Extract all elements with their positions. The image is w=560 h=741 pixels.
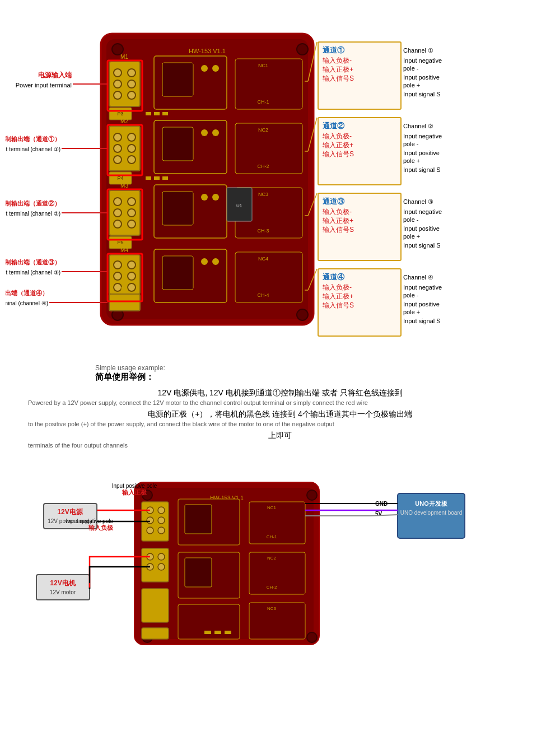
svg-rect-180 xyxy=(185,558,212,587)
svg-text:UNO development board: UNO development board xyxy=(400,510,463,516)
svg-point-60 xyxy=(212,129,219,136)
svg-text:CH-4: CH-4 xyxy=(257,292,269,298)
svg-point-21 xyxy=(114,145,122,152)
svg-rect-190 xyxy=(204,631,211,634)
svg-point-12 xyxy=(128,80,136,88)
svg-text:NC3: NC3 xyxy=(258,192,268,197)
svg-text:控制输出端（通道③）: 控制输出端（通道③） xyxy=(6,259,60,265)
svg-text:通道③: 通道③ xyxy=(323,197,345,206)
svg-point-10 xyxy=(128,69,136,77)
svg-point-161 xyxy=(307,632,317,642)
svg-point-32 xyxy=(128,209,136,217)
svg-point-11 xyxy=(114,80,122,88)
svg-text:控制输出端（通道②）: 控制输出端（通道②） xyxy=(6,200,60,207)
svg-text:pole -: pole - xyxy=(403,141,419,147)
svg-text:NC1: NC1 xyxy=(267,505,277,510)
svg-rect-175 xyxy=(142,589,169,622)
svg-text:输入正极: 输入正极 xyxy=(122,489,147,496)
svg-point-39 xyxy=(114,261,122,269)
svg-point-55 xyxy=(201,65,208,72)
svg-point-44 xyxy=(128,283,136,291)
svg-text:Power input terminal: Power input terminal xyxy=(16,82,72,88)
usage-text1-cn: 12V 电源供电, 12V 电机接到通道①控制输出端 或者 只将红色线连接到 xyxy=(28,388,532,398)
svg-rect-54 xyxy=(162,63,193,96)
svg-point-40 xyxy=(128,261,136,269)
svg-text:控制输出端（通道④）: 控制输出端（通道④） xyxy=(6,290,48,296)
svg-text:输入负极-: 输入负极- xyxy=(323,283,352,291)
svg-point-63 xyxy=(201,194,208,201)
svg-text:Channel ③: Channel ③ xyxy=(403,198,433,205)
svg-point-33 xyxy=(114,220,122,228)
svg-text:电源输入端: 电源输入端 xyxy=(38,71,72,79)
svg-text:Input negative: Input negative xyxy=(403,284,442,291)
bottom-diagram-svg: HW-153 V1.1 NC1 CH-1 xyxy=(6,465,554,673)
svg-text:CH-1: CH-1 xyxy=(267,534,277,539)
page-wrapper: HW-153 V1.1 M1 P3 M2 P4 xyxy=(0,0,560,689)
svg-text:NC1: NC1 xyxy=(258,63,268,68)
svg-text:CH-1: CH-1 xyxy=(257,99,269,105)
top-diagram-svg: HW-153 V1.1 M1 P3 M2 P4 xyxy=(6,17,554,347)
svg-text:Input signal S: Input signal S xyxy=(403,242,441,249)
svg-text:CH-2: CH-2 xyxy=(257,164,269,169)
svg-text:NC4: NC4 xyxy=(258,256,268,262)
svg-point-19 xyxy=(114,133,122,141)
svg-rect-178 xyxy=(185,505,212,534)
svg-point-9 xyxy=(114,69,122,77)
svg-point-13 xyxy=(114,91,122,99)
svg-text:M3: M3 xyxy=(120,183,128,189)
svg-text:12V电源: 12V电源 xyxy=(57,508,83,516)
usage-text2-cn: 电源的正极（+），将电机的黑色线 连接到 4个输出通道其中一个负极输出端 xyxy=(28,409,532,420)
svg-rect-47 xyxy=(109,294,140,311)
svg-text:Input positive: Input positive xyxy=(403,150,440,156)
svg-point-169 xyxy=(158,527,165,534)
svg-point-159 xyxy=(307,490,317,500)
svg-rect-191 xyxy=(214,631,221,634)
svg-point-68 xyxy=(212,258,219,265)
svg-text:M5: M5 xyxy=(120,286,128,292)
svg-point-29 xyxy=(114,198,122,206)
svg-text:NC2: NC2 xyxy=(258,127,268,133)
svg-text:Control output terminal (chann: Control output terminal (channel ④) xyxy=(6,300,48,306)
svg-text:Input positive: Input positive xyxy=(403,225,440,232)
svg-text:HW-153 V1.1: HW-153 V1.1 xyxy=(189,48,226,54)
svg-point-42 xyxy=(128,272,136,280)
svg-text:输入负极: 输入负极 xyxy=(88,524,114,531)
svg-text:pole +: pole + xyxy=(403,233,420,240)
svg-text:输入负极-: 输入负极- xyxy=(323,208,352,216)
svg-text:Control output terminal (chann: Control output terminal (channel ②) xyxy=(6,211,60,217)
svg-text:输入正极+: 输入正极+ xyxy=(323,292,353,300)
svg-rect-88 xyxy=(162,176,168,180)
svg-point-59 xyxy=(201,129,208,136)
svg-text:输入正极+: 输入正极+ xyxy=(323,217,353,225)
svg-point-56 xyxy=(212,65,219,72)
svg-point-167 xyxy=(158,517,165,524)
svg-text:Input negative: Input negative xyxy=(403,208,442,215)
svg-rect-87 xyxy=(154,176,160,180)
svg-text:Input negative: Input negative xyxy=(403,133,442,139)
svg-text:Input signal S: Input signal S xyxy=(403,91,441,97)
svg-point-166 xyxy=(147,517,153,524)
uno-cn-label: UNO开发板 xyxy=(415,500,447,507)
svg-text:通道②: 通道② xyxy=(323,122,345,130)
svg-text:pole +: pole + xyxy=(403,309,420,315)
svg-point-165 xyxy=(158,507,165,514)
svg-text:CH-3: CH-3 xyxy=(257,228,269,234)
svg-point-14 xyxy=(128,91,136,99)
svg-point-5 xyxy=(297,309,308,320)
svg-point-172 xyxy=(158,553,165,560)
svg-text:输入信号S: 输入信号S xyxy=(323,150,354,158)
svg-point-41 xyxy=(114,272,122,280)
usage-text2-en: to the positive pole (+) of the power su… xyxy=(28,421,532,427)
svg-rect-185 xyxy=(249,552,305,594)
svg-rect-58 xyxy=(162,127,193,161)
usage-title-cn: 简单使用举例： xyxy=(95,372,532,383)
svg-text:pole +: pole + xyxy=(403,82,420,88)
svg-text:输入正极+: 输入正极+ xyxy=(323,66,353,73)
svg-text:Input positive pole: Input positive pole xyxy=(112,483,157,489)
usage-text3-en: terminals of the four output channels xyxy=(28,442,532,449)
svg-text:pole -: pole - xyxy=(403,292,419,299)
svg-text:Control output terminal (chann: Control output terminal (channel ③) xyxy=(6,269,60,276)
svg-rect-176 xyxy=(142,628,169,639)
svg-point-22 xyxy=(128,145,136,152)
svg-point-174 xyxy=(158,563,165,570)
